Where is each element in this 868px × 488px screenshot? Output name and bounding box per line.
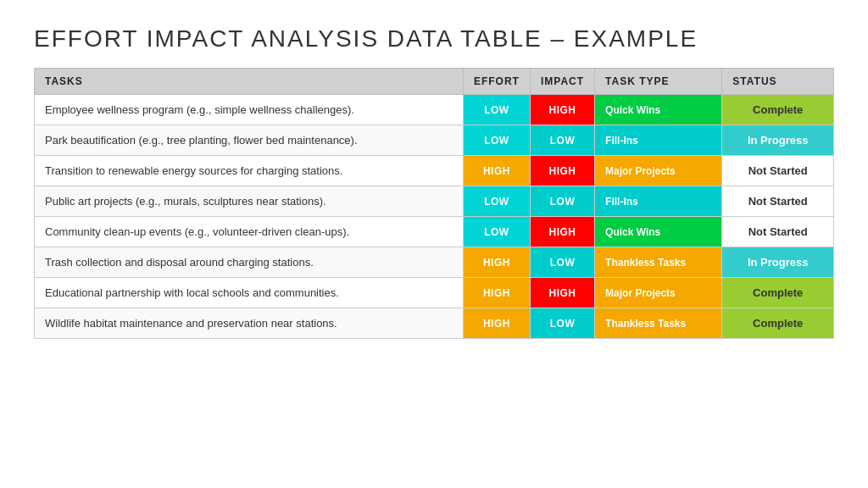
cell-effort: LOW: [463, 186, 530, 217]
cell-effort: LOW: [463, 217, 530, 247]
cell-status: In Progress: [722, 247, 834, 278]
cell-impact: HIGH: [530, 278, 594, 308]
cell-impact: LOW: [530, 125, 594, 156]
cell-task: Transition to renewable energy sources f…: [35, 156, 464, 186]
cell-status: Not Started: [722, 186, 834, 217]
cell-task: Wildlife habitat maintenance and preserv…: [35, 308, 464, 339]
effort-impact-table: TASKS EFFORT IMPACT TASK TYPE STATUS Emp…: [34, 68, 834, 339]
cell-tasktype: Thankless Tasks: [595, 247, 722, 278]
col-impact: IMPACT: [530, 69, 594, 95]
table-row: Community clean-up events (e.g., volunte…: [35, 217, 834, 247]
cell-impact: HIGH: [530, 217, 594, 247]
cell-task: Educational partnership with local schoo…: [35, 278, 464, 308]
cell-tasktype: Thankless Tasks: [595, 308, 722, 339]
table-row: Wildlife habitat maintenance and preserv…: [35, 308, 834, 339]
table-row: Public art projects (e.g., murals, sculp…: [35, 186, 834, 217]
col-tasktype: TASK TYPE: [595, 69, 722, 95]
cell-status: Complete: [722, 278, 834, 308]
table-row: Transition to renewable energy sources f…: [35, 156, 834, 186]
cell-task: Employee wellness program (e.g., simple …: [35, 95, 464, 125]
cell-tasktype: Quick Wins: [595, 95, 722, 125]
cell-task: Park beautification (e.g., tree planting…: [35, 125, 464, 156]
cell-tasktype: Quick Wins: [595, 217, 722, 247]
cell-status: In Progress: [722, 125, 834, 156]
cell-effort: LOW: [463, 125, 530, 156]
cell-tasktype: Fill-Ins: [595, 186, 722, 217]
table-header-row: TASKS EFFORT IMPACT TASK TYPE STATUS: [35, 69, 834, 95]
cell-status: Not Started: [722, 217, 834, 247]
cell-impact: LOW: [530, 247, 594, 278]
cell-impact: HIGH: [530, 95, 594, 125]
cell-status: Complete: [722, 308, 834, 339]
page-title: EFFORT IMPACT ANALYSIS DATA TABLE – EXAM…: [34, 25, 834, 53]
cell-status: Not Started: [722, 156, 834, 186]
cell-impact: HIGH: [530, 156, 594, 186]
cell-tasktype: Major Projects: [595, 156, 722, 186]
cell-effort: HIGH: [463, 308, 530, 339]
cell-effort: HIGH: [463, 278, 530, 308]
cell-impact: LOW: [530, 308, 594, 339]
table-row: Educational partnership with local schoo…: [35, 278, 834, 308]
cell-tasktype: Major Projects: [595, 278, 722, 308]
col-effort: EFFORT: [463, 69, 530, 95]
col-status: STATUS: [722, 69, 834, 95]
cell-effort: HIGH: [463, 156, 530, 186]
cell-status: Complete: [722, 95, 834, 125]
cell-effort: HIGH: [463, 247, 530, 278]
cell-impact: LOW: [530, 186, 594, 217]
cell-task: Public art projects (e.g., murals, sculp…: [35, 186, 464, 217]
col-tasks: TASKS: [35, 69, 464, 95]
cell-task: Trash collection and disposal around cha…: [35, 247, 464, 278]
cell-task: Community clean-up events (e.g., volunte…: [35, 217, 464, 247]
cell-tasktype: Fill-Ins: [595, 125, 722, 156]
table-row: Park beautification (e.g., tree planting…: [35, 125, 834, 156]
table-row: Employee wellness program (e.g., simple …: [35, 95, 834, 125]
table-row: Trash collection and disposal around cha…: [35, 247, 834, 278]
cell-effort: LOW: [463, 95, 530, 125]
